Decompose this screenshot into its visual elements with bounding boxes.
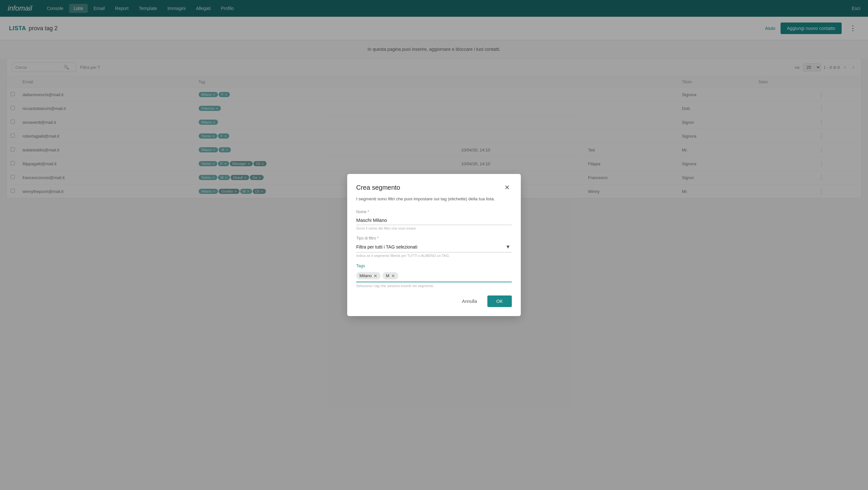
modal-description: I segmenti sono filtri che puoi impostar… [356, 196, 512, 202]
modal-header: Crea segmento ✕ [356, 183, 512, 192]
modal-close-button[interactable]: ✕ [502, 183, 512, 192]
create-segment-modal: Crea segmento ✕ I segmenti sono filtri c… [347, 174, 521, 205]
modal-overlay: Crea segmento ✕ I segmenti sono filtri c… [0, 0, 868, 205]
modal-title: Crea segmento [356, 184, 400, 191]
